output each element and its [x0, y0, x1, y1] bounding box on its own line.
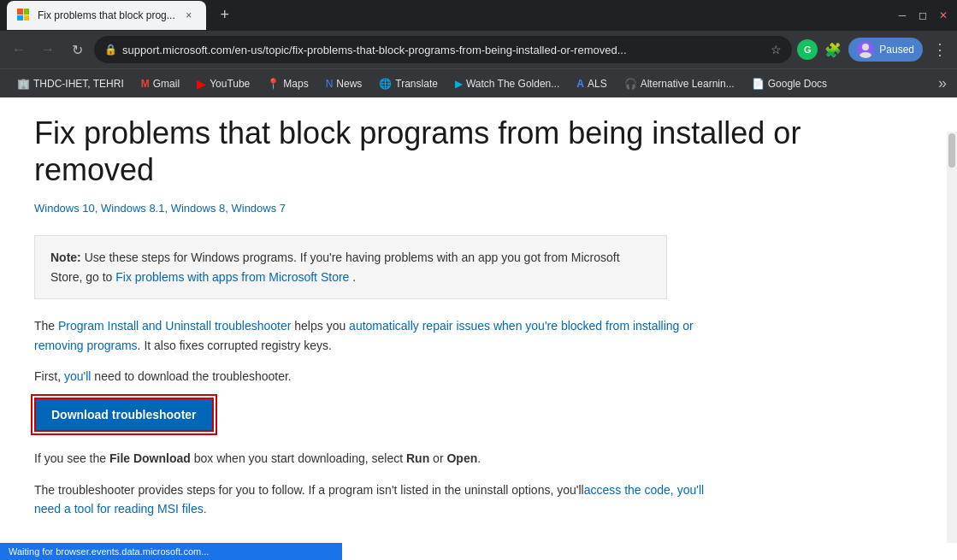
note-label: Note:	[50, 251, 81, 264]
status-bar: Waiting for browser.events.data.microsof…	[0, 543, 342, 560]
run-bold: Run	[406, 451, 429, 465]
bookmark-alt-learning[interactable]: 🎧 Alternative Learnin...	[617, 73, 741, 95]
youtube-icon: ▶	[197, 77, 206, 91]
scroll-track	[947, 132, 957, 543]
toolbar-icons: G 🧩 Paused ⋮	[797, 38, 950, 62]
body3-mid: box when you start downloading, select	[191, 451, 406, 465]
tab-close-button[interactable]: ×	[182, 9, 196, 22]
body1-link1[interactable]: Program Install and Uninstall troublesho…	[58, 319, 291, 333]
bookmark-translate[interactable]: 🌐 Translate	[372, 73, 445, 95]
bookmark-label: Maps	[283, 78, 308, 90]
body1-end: . It also fixes corrupted registry keys.	[138, 339, 332, 352]
body3-end: .	[477, 451, 481, 465]
maps-icon: 📍	[267, 78, 280, 90]
gmail-icon: M	[141, 78, 150, 90]
body3-or: or	[429, 451, 446, 465]
new-tab-button[interactable]: +	[213, 3, 237, 27]
body2-pre: First,	[34, 369, 64, 383]
bookmark-label: Gmail	[153, 78, 180, 90]
address-bar-row: ← → ↻ 🔒 support.microsoft.com/en-us/topi…	[0, 31, 957, 68]
bookmark-star-icon[interactable]: ☆	[771, 43, 782, 56]
active-tab[interactable]: Fix problems that block prog... ×	[7, 1, 206, 30]
bookmark-label: YouTube	[210, 78, 250, 90]
page-subtitle: Windows 10, Windows 8.1, Windows 8, Wind…	[34, 202, 923, 215]
bookmark-label: ALS	[588, 78, 607, 90]
address-box[interactable]: 🔒 support.microsoft.com/en-us/topic/fix-…	[94, 36, 792, 63]
troubleshooter-paragraph: The troubleshooter provides steps for yo…	[34, 480, 718, 519]
url-text: support.microsoft.com/en-us/topic/fix-pr…	[122, 44, 765, 56]
thdc-icon: 🏢	[17, 78, 30, 90]
bookmark-label: Google Docs	[768, 78, 827, 90]
file-download-paragraph: If you see the File Download box when yo…	[34, 449, 718, 468]
note-box: Note: Use these steps for Windows progra…	[34, 235, 667, 299]
bookmark-label: THDC-IHET, TEHRI	[33, 78, 124, 90]
als-icon: A	[576, 78, 584, 90]
watch-icon: ▶	[455, 78, 463, 90]
bookmark-watch[interactable]: ▶ Watch The Golden...	[448, 73, 566, 95]
bookmark-maps[interactable]: 📍 Maps	[260, 73, 315, 95]
bookmark-label: Alternative Learnin...	[641, 78, 735, 90]
avatar	[857, 41, 874, 58]
forward-button[interactable]: →	[36, 38, 60, 62]
bookmarks-bar: 🏢 THDC-IHET, TEHRI M Gmail ▶ YouTube 📍 M…	[0, 68, 957, 97]
refresh-button[interactable]: ↻	[65, 38, 89, 62]
scroll-thumb[interactable]	[948, 133, 955, 168]
note-end: .	[352, 270, 356, 284]
file-download-bold: File Download	[109, 451, 191, 465]
body1-mid: helps you	[291, 319, 349, 333]
minimize-button[interactable]: ─	[895, 9, 909, 22]
maximize-button[interactable]: ◻	[916, 9, 930, 22]
bookmark-news[interactable]: N News	[319, 73, 369, 95]
bookmark-gmail[interactable]: M Gmail	[134, 73, 186, 95]
extensions-icon[interactable]: 🧩	[821, 38, 845, 62]
alt-learning-icon: 🎧	[624, 78, 637, 90]
page-content: Fix problems that block programs from be…	[0, 97, 957, 543]
back-button[interactable]: ←	[7, 38, 31, 62]
page-title: Fix problems that block programs from be…	[34, 115, 923, 188]
body2-mid: need to download the troubleshooter.	[91, 369, 291, 383]
news-icon: N	[326, 78, 334, 90]
bookmark-als[interactable]: A ALS	[570, 73, 613, 95]
profile-button[interactable]: Paused	[848, 38, 923, 62]
bookmark-thdc[interactable]: 🏢 THDC-IHET, TEHRI	[10, 73, 131, 95]
svg-point-1	[860, 52, 871, 58]
body-paragraph-2: First, you'll need to download the troub…	[34, 367, 718, 386]
note-link[interactable]: Fix problems with apps from Microsoft St…	[115, 270, 349, 284]
profile-label: Paused	[879, 44, 914, 56]
bookmark-label: Translate	[395, 78, 438, 90]
open-bold: Open	[446, 451, 477, 465]
svg-point-0	[862, 44, 869, 50]
status-text: Waiting for browser.events.data.microsof…	[9, 546, 209, 557]
close-window-button[interactable]: ✕	[936, 9, 950, 22]
translate-icon: 🌐	[379, 78, 392, 90]
body1-pre: The	[34, 319, 58, 333]
bookmark-google-docs[interactable]: 📄 Google Docs	[745, 73, 834, 95]
google-docs-icon: 📄	[752, 78, 765, 90]
bookmark-label: News	[336, 78, 362, 90]
tab-title: Fix problems that block prog...	[38, 9, 175, 21]
grammarly-icon[interactable]: G	[797, 39, 818, 60]
body2-link[interactable]: you'll	[64, 369, 91, 383]
browser-menu-button[interactable]: ⋮	[930, 40, 950, 59]
body4-pre: The troubleshooter provides steps for yo…	[34, 483, 584, 497]
lock-icon: 🔒	[104, 44, 117, 56]
download-troubleshooter-button[interactable]: Download troubleshooter	[34, 398, 214, 432]
bookmark-youtube[interactable]: ▶ YouTube	[190, 73, 257, 95]
bookmarks-more-button[interactable]: »	[938, 74, 947, 92]
body3-pre: If you see the	[34, 451, 109, 465]
body-paragraph-1: The Program Install and Uninstall troubl…	[34, 316, 718, 355]
bookmark-label: Watch The Golden...	[466, 78, 559, 90]
title-bar: Fix problems that block prog... × + ─ ◻ …	[0, 0, 957, 31]
